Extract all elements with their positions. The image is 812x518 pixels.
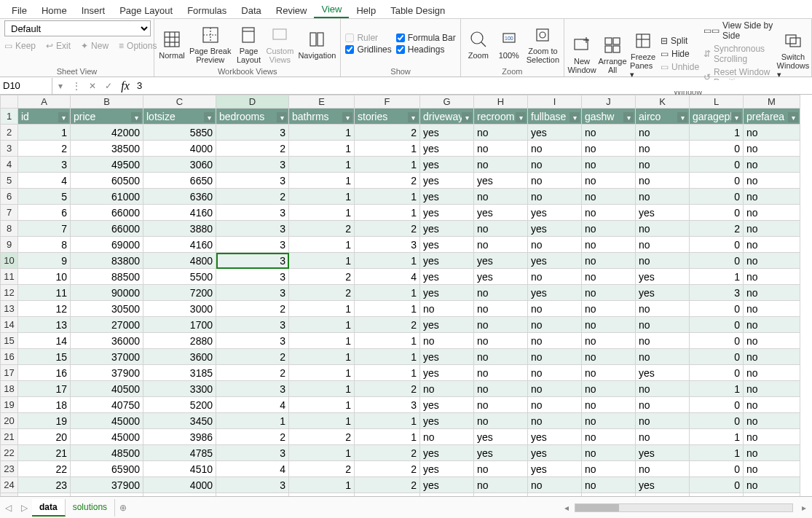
cell-G6[interactable]: yes: [420, 189, 474, 205]
cell-L16[interactable]: 0: [690, 349, 744, 365]
cell-C18[interactable]: 3300: [143, 381, 216, 397]
cell-C25[interactable]: 3934: [143, 493, 216, 497]
row-header-8[interactable]: 8: [1, 221, 18, 237]
table-header-lotsize[interactable]: lotsize: [143, 109, 216, 125]
cell-K18[interactable]: no: [636, 381, 690, 397]
cell-A2[interactable]: 1: [18, 125, 71, 141]
cell-I19[interactable]: no: [528, 397, 582, 413]
col-header-I[interactable]: I: [528, 95, 582, 109]
table-header-prefarea[interactable]: prefarea: [744, 109, 800, 125]
cell-G18[interactable]: no: [420, 381, 474, 397]
filter-icon[interactable]: [462, 112, 472, 122]
cell-H13[interactable]: no: [474, 301, 528, 317]
cell-D20[interactable]: 1: [216, 413, 289, 429]
col-header-A[interactable]: A: [18, 95, 71, 109]
cell-H20[interactable]: no: [474, 413, 528, 429]
cell-I24[interactable]: no: [528, 477, 582, 493]
cell-I23[interactable]: yes: [528, 461, 582, 477]
cell-A23[interactable]: 22: [18, 461, 71, 477]
cell-C9[interactable]: 4160: [143, 237, 216, 253]
cell-H23[interactable]: no: [474, 461, 528, 477]
sheet-tab-data[interactable]: data: [32, 499, 66, 517]
cell-L22[interactable]: 1: [690, 445, 744, 461]
menu-table-design[interactable]: Table Design: [383, 2, 452, 18]
menu-data[interactable]: Data: [234, 2, 268, 18]
cell-D15[interactable]: 3: [216, 333, 289, 349]
cell-H5[interactable]: yes: [474, 173, 528, 189]
cell-G14[interactable]: yes: [420, 317, 474, 333]
table-header-recroom[interactable]: recroom: [474, 109, 528, 125]
cell-H15[interactable]: no: [474, 333, 528, 349]
col-header-J[interactable]: J: [582, 95, 636, 109]
zoom-selection-button[interactable]: Zoom toSelection: [527, 23, 559, 64]
cell-C11[interactable]: 5500: [143, 269, 216, 285]
row-header-11[interactable]: 11: [1, 269, 18, 285]
row-header-19[interactable]: 19: [1, 397, 18, 413]
cell-B6[interactable]: 61000: [71, 189, 143, 205]
cell-G17[interactable]: yes: [420, 365, 474, 381]
table-header-price[interactable]: price: [71, 109, 143, 125]
switch-windows-button[interactable]: SwitchWindows ▾: [779, 29, 807, 79]
new-window-button[interactable]: NewWindow: [569, 34, 595, 74]
cell-J23[interactable]: no: [582, 461, 636, 477]
filter-icon[interactable]: [569, 112, 580, 122]
cell-L13[interactable]: 0: [690, 301, 744, 317]
cell-K24[interactable]: yes: [636, 477, 690, 493]
menu-page-layout[interactable]: Page Layout: [112, 2, 180, 18]
cell-I14[interactable]: no: [528, 317, 582, 333]
cell-E12[interactable]: 2: [289, 285, 355, 301]
col-header-C[interactable]: C: [143, 95, 216, 109]
cell-L2[interactable]: 1: [690, 125, 744, 141]
table-header-fullbase[interactable]: fullbase: [528, 109, 582, 125]
cell-F25[interactable]: 1: [355, 493, 420, 497]
cell-F12[interactable]: 1: [355, 285, 420, 301]
cell-B7[interactable]: 66000: [71, 205, 143, 221]
cell-M11[interactable]: no: [744, 269, 800, 285]
add-sheet-icon[interactable]: ⊕: [115, 503, 131, 513]
cell-E13[interactable]: 1: [289, 301, 355, 317]
cell-F8[interactable]: 2: [355, 221, 420, 237]
row-header-21[interactable]: 21: [1, 429, 18, 445]
cell-I21[interactable]: yes: [528, 429, 582, 445]
row-header-18[interactable]: 18: [1, 381, 18, 397]
cell-D4[interactable]: 3: [216, 157, 289, 173]
cell-E16[interactable]: 1: [289, 349, 355, 365]
cell-A19[interactable]: 18: [18, 397, 71, 413]
cell-L19[interactable]: 0: [690, 397, 744, 413]
cell-F20[interactable]: 1: [355, 413, 420, 429]
fx-icon[interactable]: fx: [117, 79, 134, 93]
cell-E8[interactable]: 2: [289, 221, 355, 237]
split-button[interactable]: ⊟ Split: [661, 36, 699, 46]
cell-L23[interactable]: 0: [690, 461, 744, 477]
freeze-panes-button[interactable]: FreezePanes ▾: [630, 29, 656, 79]
cell-I12[interactable]: yes: [528, 285, 582, 301]
cell-M22[interactable]: no: [744, 445, 800, 461]
cell-G4[interactable]: yes: [420, 157, 474, 173]
cell-K20[interactable]: no: [636, 413, 690, 429]
cell-D24[interactable]: 3: [216, 477, 289, 493]
table-header-driveway[interactable]: driveway: [420, 109, 474, 125]
cell-K3[interactable]: no: [636, 141, 690, 157]
cell-F16[interactable]: 1: [355, 349, 420, 365]
cell-A18[interactable]: 17: [18, 381, 71, 397]
cell-G21[interactable]: no: [420, 429, 474, 445]
cell-L8[interactable]: 2: [690, 221, 744, 237]
cell-B4[interactable]: 49500: [71, 157, 143, 173]
cell-L6[interactable]: 0: [690, 189, 744, 205]
menu-formulas[interactable]: Formulas: [180, 2, 234, 18]
cell-G9[interactable]: yes: [420, 237, 474, 253]
cell-M3[interactable]: no: [744, 141, 800, 157]
cell-E14[interactable]: 1: [289, 317, 355, 333]
table-header-airco[interactable]: airco: [636, 109, 690, 125]
cell-B2[interactable]: 42000: [71, 125, 143, 141]
cell-F23[interactable]: 2: [355, 461, 420, 477]
formula-input[interactable]: [134, 80, 812, 91]
row-header-3[interactable]: 3: [1, 141, 18, 157]
cell-C7[interactable]: 4160: [143, 205, 216, 221]
cell-B13[interactable]: 30500: [71, 301, 143, 317]
menu-insert[interactable]: Insert: [74, 2, 113, 18]
row-header-15[interactable]: 15: [1, 333, 18, 349]
row-header-13[interactable]: 13: [1, 301, 18, 317]
filter-icon[interactable]: [204, 112, 214, 122]
cell-A21[interactable]: 20: [18, 429, 71, 445]
